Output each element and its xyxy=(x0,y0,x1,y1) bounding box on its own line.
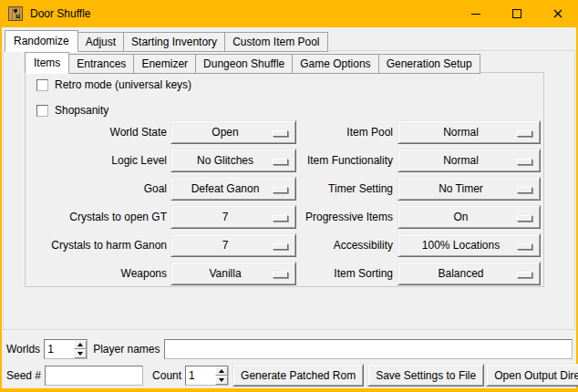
item-functionality-dropdown[interactable]: Normal xyxy=(397,149,541,172)
option-row: World State Open Item Pool Normal xyxy=(25,120,544,144)
tab-game-options[interactable]: Game Options xyxy=(292,54,378,74)
dropdown-indicator-icon xyxy=(273,215,288,222)
seed-input[interactable] xyxy=(45,366,143,386)
spin-down-button[interactable] xyxy=(215,376,228,385)
player-names-label: Player names xyxy=(93,343,160,356)
goal-label: Goal xyxy=(25,182,170,195)
door-icon xyxy=(8,6,23,21)
timer-setting-value: No Timer xyxy=(439,182,483,195)
logic-level-value: No Glitches xyxy=(197,154,253,167)
option-row: Weapons Vanilla Item Sorting Balanced xyxy=(25,262,544,285)
spin-up-button[interactable] xyxy=(215,366,228,376)
dropdown-indicator-icon xyxy=(273,272,288,278)
minimize-icon xyxy=(471,14,480,15)
accessibility-label: Accessibility xyxy=(296,239,397,252)
retro-mode-checkbox[interactable] xyxy=(36,79,48,91)
arrow-up-icon xyxy=(77,343,83,346)
dropdown-indicator-icon xyxy=(517,215,532,222)
spin-up-button[interactable] xyxy=(74,340,87,349)
arrow-down-icon xyxy=(219,378,224,382)
timer-setting-label: Timer Setting xyxy=(296,182,397,195)
crystals-ganon-label: Crystals to harm Ganon xyxy=(25,239,170,252)
window-title: Door Shuffle xyxy=(30,7,91,20)
save-settings-button[interactable]: Save Settings to File xyxy=(367,364,484,387)
item-sorting-label: Item Sorting xyxy=(296,267,397,280)
tab-enemizer[interactable]: Enemizer xyxy=(133,54,196,74)
weapons-value: Vanilla xyxy=(209,267,241,280)
option-row: Crystals to open GT 7 Progressive Items … xyxy=(25,205,544,229)
tab-items[interactable]: Items xyxy=(25,52,69,74)
maximize-button[interactable] xyxy=(496,0,537,27)
arrow-up-icon xyxy=(219,369,224,373)
world-state-value: Open xyxy=(212,126,238,139)
retro-mode-row: Retro mode (universal keys) xyxy=(36,78,191,91)
item-pool-value: Normal xyxy=(443,126,479,139)
main-tab-bar: Randomize Adjust Starting Inventory Cust… xyxy=(5,29,328,51)
crystals-ganon-value: 7 xyxy=(222,239,229,252)
generate-patched-rom-button[interactable]: Generate Patched Rom xyxy=(232,364,364,387)
weapons-dropdown[interactable]: Vanilla xyxy=(170,262,296,285)
minimize-button[interactable] xyxy=(455,0,496,27)
dropdown-indicator-icon xyxy=(517,243,532,250)
crystals-gt-label: Crystals to open GT xyxy=(25,211,170,223)
count-spinner xyxy=(185,366,229,386)
worlds-row: Worlds Player names xyxy=(6,338,573,359)
world-state-dropdown[interactable]: Open xyxy=(170,120,296,144)
worlds-input[interactable] xyxy=(45,340,74,358)
spin-down-button[interactable] xyxy=(74,349,87,358)
app-window: Door Shuffle Randomize Adjust Starting I… xyxy=(0,0,578,392)
tab-entrances[interactable]: Entrances xyxy=(68,54,134,74)
dropdown-indicator-icon xyxy=(517,130,532,137)
shopsanity-row: Shopsanity xyxy=(36,104,108,117)
dropdown-indicator-icon xyxy=(273,187,288,193)
shopsanity-label: Shopsanity xyxy=(55,104,108,117)
item-pool-dropdown[interactable]: Normal xyxy=(397,120,541,144)
option-row: Crystals to harm Ganon 7 Accessibility 1… xyxy=(25,233,544,257)
open-output-directory-button[interactable]: Open Output Directory xyxy=(486,364,578,387)
item-sorting-value: Balanced xyxy=(438,267,483,280)
count-spinner-arrows xyxy=(215,366,228,385)
tab-dungeon-shuffle[interactable]: Dungeon Shuffle xyxy=(195,54,293,74)
goal-value: Defeat Ganon xyxy=(191,182,260,195)
window-controls xyxy=(455,0,578,27)
item-functionality-label: Item Functionality xyxy=(296,154,397,167)
dropdown-indicator-icon xyxy=(273,130,288,137)
player-names-input[interactable] xyxy=(164,339,573,359)
tab-randomize[interactable]: Randomize xyxy=(5,30,78,52)
crystals-gt-dropdown[interactable]: 7 xyxy=(170,205,296,229)
logic-level-dropdown[interactable]: No Glitches xyxy=(170,149,296,172)
arrow-down-icon xyxy=(77,352,83,356)
timer-setting-dropdown[interactable]: No Timer xyxy=(397,177,541,201)
accessibility-dropdown[interactable]: 100% Locations xyxy=(397,233,541,257)
accessibility-value: 100% Locations xyxy=(422,239,500,252)
count-input[interactable] xyxy=(186,366,215,385)
progressive-items-label: Progressive Items xyxy=(296,211,397,223)
item-pool-label: Item Pool xyxy=(296,126,397,139)
titlebar: Door Shuffle xyxy=(0,0,578,27)
tab-generation-setup[interactable]: Generation Setup xyxy=(378,54,480,74)
tab-custom-item-pool[interactable]: Custom Item Pool xyxy=(224,32,327,52)
progressive-items-dropdown[interactable]: On xyxy=(397,205,541,229)
option-row: Goal Defeat Ganon Timer Setting No Timer xyxy=(25,177,544,201)
crystals-gt-value: 7 xyxy=(222,211,229,223)
count-label: Count xyxy=(152,369,181,382)
worlds-spinner-arrows xyxy=(74,340,87,358)
world-state-label: World State xyxy=(25,126,170,139)
window-content: Randomize Adjust Starting Inventory Cust… xyxy=(2,27,576,388)
tab-adjust[interactable]: Adjust xyxy=(77,32,124,52)
dropdown-indicator-icon xyxy=(517,272,532,278)
retro-mode-label: Retro mode (universal keys) xyxy=(55,78,191,91)
shopsanity-checkbox[interactable] xyxy=(36,105,48,117)
worlds-label: Worlds xyxy=(6,343,40,356)
progressive-items-value: On xyxy=(453,211,468,223)
tab-starting-inventory[interactable]: Starting Inventory xyxy=(123,32,225,52)
weapons-label: Weapons xyxy=(25,267,170,280)
crystals-ganon-dropdown[interactable]: 7 xyxy=(170,233,296,257)
randomize-sub-tab-bar: Items Entrances Enemizer Dungeon Shuffle… xyxy=(25,51,480,73)
close-button[interactable] xyxy=(537,0,578,27)
item-sorting-dropdown[interactable]: Balanced xyxy=(397,262,541,285)
maximize-icon xyxy=(512,9,521,18)
dropdown-indicator-icon xyxy=(273,159,288,165)
dropdown-indicator-icon xyxy=(517,159,532,165)
goal-dropdown[interactable]: Defeat Ganon xyxy=(170,177,296,201)
